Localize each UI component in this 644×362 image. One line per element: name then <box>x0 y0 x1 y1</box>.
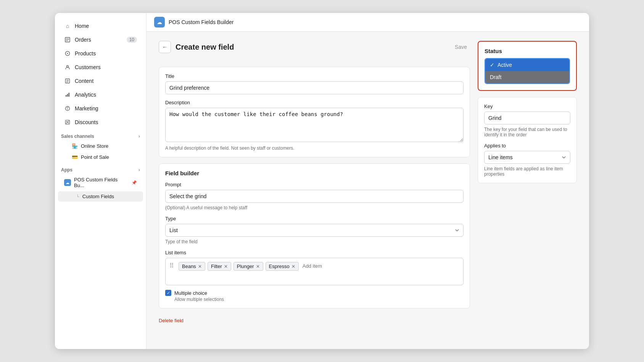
status-option-draft[interactable]: Draft <box>485 71 569 83</box>
tag-remove-beans[interactable]: ✕ <box>198 264 202 269</box>
svg-point-17 <box>68 123 69 124</box>
tag-beans: Beans ✕ <box>179 262 205 271</box>
sidebar-item-label: Orders <box>75 37 91 43</box>
add-item-input[interactable]: Add item <box>301 262 324 270</box>
description-hint: A helpful description of the field. Not … <box>165 145 464 151</box>
sales-channels-section: Sales channels › <box>55 129 146 141</box>
prompt-input[interactable] <box>165 190 464 203</box>
save-button[interactable]: Save <box>452 42 470 52</box>
status-card: Status ✓ Active Draft <box>478 41 577 91</box>
multiple-choice-row: Multiple choice <box>165 290 464 296</box>
key-input[interactable] <box>484 112 570 124</box>
pin-icon: 📌 <box>132 180 137 185</box>
main-content: ☁ POS Custom Fields Builder ← Create new… <box>147 13 589 349</box>
description-label: Description <box>165 100 464 105</box>
svg-point-5 <box>67 53 68 54</box>
type-hint: Type of the field <box>165 239 464 244</box>
sidebar-item-label: Products <box>75 50 96 57</box>
sidebar-item-pos-custom-fields[interactable]: ☁ POS Custom Fields Bu... 📌 <box>58 175 143 191</box>
status-option-active[interactable]: ✓ Active <box>485 59 569 71</box>
chevron-right-icon: › <box>138 167 140 173</box>
status-title: Status <box>485 48 570 54</box>
orders-icon <box>64 36 71 43</box>
sidebar-item-orders[interactable]: Orders 10 <box>58 33 143 46</box>
discounts-icon <box>64 119 71 126</box>
field-builder-title: Field builder <box>165 170 464 176</box>
online-store-icon: 🏪 <box>72 143 78 149</box>
multiple-choice-hint: Allow multiple selections <box>174 297 464 302</box>
sidebar-item-customers[interactable]: Customers <box>58 61 143 74</box>
prompt-label: Prompt <box>165 182 464 187</box>
tag-label: Espresso <box>269 263 290 269</box>
app-cloud-icon: ☁ <box>64 179 71 186</box>
content-icon <box>64 78 71 84</box>
sidebar-item-point-of-sale[interactable]: 💳 Point of Sale <box>58 152 143 162</box>
svg-rect-13 <box>69 93 70 97</box>
key-label: Key <box>484 103 570 109</box>
svg-rect-11 <box>66 95 67 97</box>
delete-button[interactable]: Delete field <box>159 315 184 326</box>
sidebar-item-label: Customers <box>75 64 101 70</box>
key-applies-card: Key The key for your field that can be u… <box>478 97 577 183</box>
sidebar-item-marketing[interactable]: Marketing <box>58 102 143 115</box>
tag-espresso: Espresso ✕ <box>266 262 299 271</box>
home-icon: ⌂ <box>64 23 71 29</box>
description-textarea[interactable] <box>165 108 464 142</box>
sidebar-item-label: Discounts <box>75 119 98 125</box>
sidebar-item-home[interactable]: ⌂ Home <box>58 19 143 32</box>
sidebar-item-label: Analytics <box>75 92 96 98</box>
analytics-icon <box>64 91 71 98</box>
sidebar-item-discounts[interactable]: Discounts <box>58 116 143 129</box>
customers-icon <box>64 64 71 71</box>
content-right: Status ✓ Active Draft Key <box>478 41 577 340</box>
checkmark-icon: ✓ <box>490 62 494 68</box>
key-hint: The key for your field that can be used … <box>484 127 570 137</box>
sidebar-item-products[interactable]: Products <box>58 47 143 60</box>
custom-fields-tree-icon: └ <box>76 194 79 199</box>
applies-to-label: Applies to <box>484 143 570 149</box>
field-builder-card: Field builder Prompt (Optional) A useful… <box>159 163 470 309</box>
back-button[interactable]: ← <box>159 41 171 53</box>
tag-remove-filter[interactable]: ✕ <box>224 264 228 269</box>
drag-handle-icon[interactable]: ⠿ <box>169 262 176 269</box>
tag-remove-espresso[interactable]: ✕ <box>291 264 295 269</box>
type-label: Type <box>165 216 464 221</box>
prompt-hint: (Optional) A useful message to help staf… <box>165 205 464 210</box>
title-description-card: Title Description A helpful description … <box>159 67 470 157</box>
sidebar-item-analytics[interactable]: Analytics <box>58 88 143 101</box>
sidebar-item-content[interactable]: Content <box>58 74 143 87</box>
tag-filter: Filter ✕ <box>208 262 231 271</box>
svg-rect-12 <box>67 94 68 97</box>
svg-point-16 <box>66 121 68 122</box>
topbar-app-icon: ☁ <box>154 17 165 27</box>
multiple-choice-label: Multiple choice <box>174 290 207 296</box>
list-items-label: List items <box>165 250 464 255</box>
page-title: Create new field <box>175 43 234 52</box>
chevron-right-icon: › <box>138 134 140 139</box>
multiple-choice-checkbox[interactable] <box>165 290 171 296</box>
tag-label: Beans <box>182 263 196 269</box>
content-left: ← Create new field Save Title Descriptio… <box>159 41 470 340</box>
tag-plunger: Plunger ✕ <box>233 262 263 271</box>
point-of-sale-icon: 💳 <box>72 154 78 160</box>
applies-to-hint: Line item fields are applied as line ite… <box>484 166 570 177</box>
topbar-title: POS Custom Fields Builder <box>169 19 233 25</box>
type-select[interactable]: List Text Number Checkbox Date <box>165 224 464 237</box>
tag-remove-plunger[interactable]: ✕ <box>256 264 260 269</box>
sidebar-item-label: Home <box>75 23 89 29</box>
tag-label: Filter <box>211 263 222 269</box>
page-header: ← Create new field Save <box>159 41 470 53</box>
title-input[interactable] <box>165 81 464 94</box>
delete-section: Delete field <box>159 315 470 326</box>
products-icon <box>64 50 71 57</box>
list-items-container: ⠿ Beans ✕ Filter ✕ Plunger ✕ <box>165 258 464 285</box>
title-label: Title <box>165 73 464 79</box>
page-body: ← Create new field Save Title Descriptio… <box>147 32 589 349</box>
sidebar-item-custom-fields[interactable]: └ Custom Fields <box>58 191 143 202</box>
sidebar-item-online-store[interactable]: 🏪 Online Store <box>58 141 143 151</box>
sidebar: ⌂ Home Orders 10 Products Customers <box>55 13 147 349</box>
tag-label: Plunger <box>237 263 254 269</box>
sidebar-item-label: Content <box>75 78 93 84</box>
status-dropdown[interactable]: ✓ Active Draft <box>485 58 570 84</box>
applies-to-select[interactable]: Line items Order Customer <box>484 151 570 164</box>
